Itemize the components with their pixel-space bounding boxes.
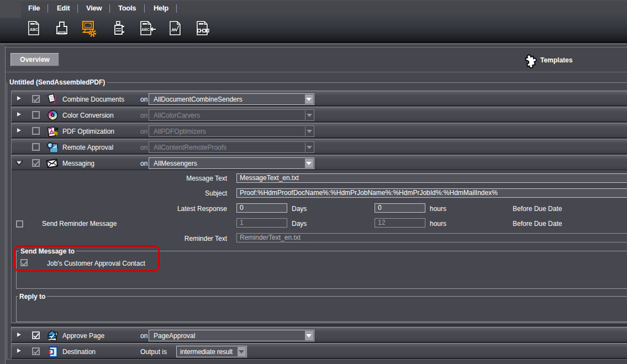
svg-text:ABC: ABC <box>30 28 38 31</box>
svg-text:ABC: ABC <box>141 28 150 31</box>
